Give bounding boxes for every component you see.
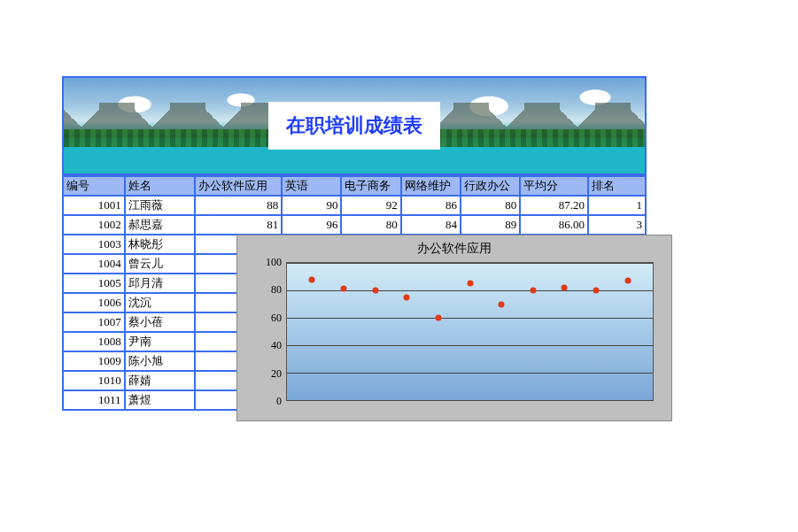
table-cell: 江雨薇 <box>125 196 195 215</box>
y-tick-label: 100 <box>246 256 282 269</box>
y-tick-label: 0 <box>246 395 282 408</box>
gridline <box>287 400 653 401</box>
table-cell: 84 <box>401 215 461 235</box>
data-point <box>435 315 441 321</box>
banner-image: 在职培训成绩表 <box>62 76 647 175</box>
col-header: 姓名 <box>125 176 195 196</box>
table-cell: 1009 <box>63 351 125 371</box>
col-header: 办公软件应用 <box>195 176 283 196</box>
col-header: 网络维护 <box>401 176 461 196</box>
page-title: 在职培训成绩表 <box>268 102 440 150</box>
table-cell: 80 <box>461 196 520 215</box>
data-point <box>404 294 410 300</box>
table-cell: 1007 <box>63 312 125 332</box>
table-cell: 蔡小蓓 <box>125 312 195 332</box>
table-cell: 1003 <box>63 235 125 254</box>
data-point <box>562 284 568 290</box>
col-header: 电子商务 <box>341 176 400 196</box>
table-cell: 1002 <box>63 215 125 235</box>
table-cell: 1001 <box>63 196 125 215</box>
table-cell: 1011 <box>63 390 125 410</box>
table-cell: 80 <box>341 215 400 235</box>
data-point <box>341 286 347 292</box>
table-cell: 92 <box>341 196 400 215</box>
table-cell: 88 <box>195 196 283 215</box>
table-cell: 1010 <box>63 371 125 390</box>
col-header: 排名 <box>588 176 646 196</box>
data-point <box>467 281 473 287</box>
data-point <box>372 288 378 294</box>
gridline <box>287 318 653 319</box>
y-tick-label: 60 <box>246 311 282 324</box>
gridline <box>287 373 653 374</box>
gridline <box>287 345 653 346</box>
table-cell: 89 <box>461 215 520 235</box>
table-cell: 尹南 <box>125 332 195 351</box>
table-row: 1002郝思嘉819680848986.003 <box>63 215 646 235</box>
table-cell: 87.20 <box>520 196 588 215</box>
table-cell: 86 <box>401 196 461 215</box>
table-cell: 曾云儿 <box>125 254 195 274</box>
data-point <box>624 278 631 284</box>
table-cell: 陈小旭 <box>125 351 195 371</box>
table-cell: 3 <box>588 215 646 235</box>
col-header: 编号 <box>63 176 125 196</box>
table-row: 1001江雨薇889092868087.201 <box>63 196 646 215</box>
col-header: 行政办公 <box>461 176 520 196</box>
table-cell: 90 <box>282 196 341 215</box>
data-point <box>309 276 315 282</box>
chart-container: 办公软件应用 020406080100 <box>236 235 672 421</box>
table-cell: 96 <box>282 215 341 235</box>
table-cell: 郝思嘉 <box>125 215 195 235</box>
table-cell: 1008 <box>63 332 125 351</box>
table-cell: 81 <box>195 215 283 235</box>
table-cell: 萧煜 <box>125 390 195 410</box>
chart-plot-area <box>286 262 654 401</box>
table-cell: 邱月清 <box>125 274 195 293</box>
y-tick-label: 80 <box>246 283 282 297</box>
table-cell: 林晓彤 <box>125 235 195 254</box>
y-tick-label: 40 <box>246 339 282 352</box>
data-point <box>499 301 505 307</box>
gridline <box>287 263 653 264</box>
y-tick-label: 20 <box>246 366 282 380</box>
table-cell: 薛婧 <box>125 371 195 390</box>
table-cell: 沈沉 <box>125 293 195 312</box>
data-point <box>593 288 599 294</box>
chart-title: 办公软件应用 <box>237 241 671 257</box>
table-cell: 1005 <box>63 274 125 293</box>
col-header: 平均分 <box>520 176 588 196</box>
table-cell: 1004 <box>63 254 125 274</box>
data-point <box>530 288 536 294</box>
table-cell: 1006 <box>63 293 125 312</box>
table-cell: 86.00 <box>520 215 588 235</box>
table-cell: 1 <box>588 196 646 215</box>
col-header: 英语 <box>282 176 341 196</box>
